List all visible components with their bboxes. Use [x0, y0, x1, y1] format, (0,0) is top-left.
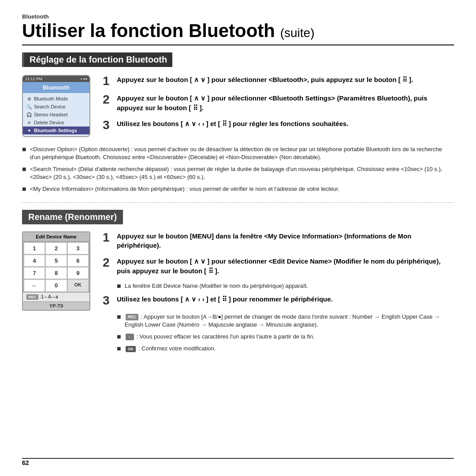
step2-3-num: 3 [103, 294, 112, 307]
step2-1-text: Appuyez sur le bouton [MENU] dans la fen… [117, 231, 454, 251]
section1-notes: ■ <Discover Option> (Option découverte) … [22, 145, 454, 193]
bottom-line [22, 458, 454, 459]
step2-sub-note: ■ La fenêtre Edit Device Name (Modifier … [117, 282, 454, 290]
menu-item-search-device: 🔍 Search Device [23, 103, 89, 111]
note2-text: <Search Timeout> (Délai d'attente recher… [30, 165, 454, 181]
note2-1-text: REC : Appuyer sur le bouton [A→B/●] perm… [125, 313, 454, 329]
device-menu-title: Bluetooth [23, 82, 89, 93]
step2-sub-note-text: La fenêtre Edit Device Name (Modifier le… [125, 282, 308, 290]
section2-content: Edit Device Name 1 2 3 4 5 6 7 8 9 ← 0 O… [22, 231, 454, 362]
section-separator [22, 202, 454, 203]
key-9: 9 [67, 267, 89, 279]
note1-text: <Discover Option> (Option découverte) : … [30, 145, 454, 161]
bluetooth-mode-icon: ⚙ [26, 97, 32, 101]
main-title: Utiliser la fonction Bluetooth (suite) [22, 21, 454, 41]
edn-grid: 1 2 3 4 5 6 7 8 9 ← 0 OK [23, 242, 89, 293]
section1-content: 11:11 PM ▪ ▪▪▪ Bluetooth ⚙ Bluetooth Mod… [22, 75, 454, 138]
step2-num: 2 [103, 93, 112, 106]
step1: 1 Appuyez sur le bouton [ ∧ ∨ ] pour sél… [103, 75, 454, 87]
note1: ■ <Discover Option> (Option découverte) … [22, 145, 454, 161]
step2-2: 2 Appuyez sur le bouton [ ∧ ∨ ] pour sél… [103, 257, 454, 276]
menu-item-label: Bluetooth Settings [34, 128, 77, 133]
step3-num: 3 [103, 119, 112, 131]
device-mockup-bluetooth: 11:11 PM ▪ ▪▪▪ Bluetooth ⚙ Bluetooth Mod… [22, 75, 90, 137]
edn-bottom: REC :1↔A↔a [23, 293, 89, 301]
menu-item-bluetooth-settings: ✦ Bluetooth Settings [23, 126, 89, 134]
key-0: 0 [45, 279, 67, 292]
edn-title: Edit Device Name [23, 232, 89, 242]
device-time: 11:11 PM [25, 77, 42, 81]
note-bullet: ■ [117, 345, 121, 352]
key-7: 7 [24, 267, 45, 279]
key-2: 2 [45, 242, 67, 254]
note2-2: ■ ← : Vous pouvez effacer les caractères… [117, 333, 454, 341]
edn-mode-text: :1↔A↔a [40, 294, 58, 299]
step2-3: 3 Utilisez les boutons [ ∧ ∨ ‹ › ] et [ … [103, 294, 454, 307]
step2-1-num: 1 [103, 231, 112, 244]
page: Bluetooth Utiliser la fonction Bluetooth… [0, 0, 476, 476]
key-back: ← [24, 279, 45, 292]
step1-num: 1 [103, 75, 112, 87]
page-number: 62 [22, 459, 29, 466]
step2-3-text: Utilisez les boutons [ ∧ ∨ ‹ › ] et [ ⠿ … [117, 294, 333, 304]
menu-item-label: Bluetooth Mode [34, 96, 68, 101]
note-bullet: ■ [117, 283, 121, 290]
note-bullet: ■ [22, 146, 26, 153]
ok-badge-inline: OK [126, 346, 136, 353]
note-bullet: ■ [117, 333, 121, 340]
step2-2-num: 2 [103, 257, 112, 269]
step3: 3 Utilisez les boutons [ ∧ ∨ ‹ › ] et [ … [103, 119, 454, 131]
key-5: 5 [45, 255, 67, 267]
note2: ■ <Search Timeout> (Délai d'attente rech… [22, 165, 454, 181]
note-bullet: ■ [22, 186, 26, 193]
key-ok: OK [67, 279, 89, 292]
bluetooth-settings-icon: ✦ [26, 128, 32, 133]
key-6: 6 [67, 255, 89, 267]
step1-text: Appuyez sur le bouton [ ∧ ∨ ] pour sélec… [117, 75, 413, 85]
key-3: 3 [67, 242, 89, 254]
delete-device-icon: ✕ [26, 120, 32, 125]
menu-item-label: Delete Device [34, 120, 64, 125]
note2-1: ■ REC : Appuyer sur le bouton [A→B/●] pe… [117, 313, 454, 329]
key-8: 8 [45, 267, 67, 279]
key-4: 4 [24, 255, 45, 267]
rec-badge: REC [26, 294, 38, 300]
note2-3: ■ OK : Confirmez votre modification. [117, 345, 454, 353]
edn-model: YP-T9 [23, 301, 89, 310]
note-bullet: ■ [117, 313, 121, 320]
title-divider [22, 45, 454, 45]
menu-item-label: Stereo Headset [34, 112, 67, 117]
section-label: Bluetooth [22, 13, 454, 20]
back-badge-inline: ← [126, 334, 134, 340]
device-mockup-edit: Edit Device Name 1 2 3 4 5 6 7 8 9 ← 0 O… [22, 231, 90, 311]
step2-text: Appuyez sur le bouton [ ∧ ∨ ] pour sélec… [117, 93, 454, 113]
menu-item-label: Search Device [34, 104, 66, 109]
section1-steps: 1 Appuyez sur le bouton [ ∧ ∨ ] pour sél… [103, 75, 454, 138]
rec-badge-inline: REC [126, 314, 138, 320]
step2-2-text: Appuyez sur le bouton [ ∧ ∨ ] pour sélec… [117, 257, 454, 276]
menu-item-stereo-headset: 🎧 Stereo Headset [23, 111, 89, 119]
section2-heading: Rename (Renommer) [22, 210, 123, 224]
note-bullet: ■ [22, 166, 26, 173]
menu-item-delete-device: ✕ Delete Device [23, 119, 89, 126]
note3-text: <My Device Information> (Informations de… [30, 185, 340, 193]
step2: 2 Appuyez sur le bouton [ ∧ ∨ ] pour sél… [103, 93, 454, 113]
step3-text: Utilisez les boutons [ ∧ ∨ ‹ › ] et [ ⠿ … [117, 119, 349, 129]
note2-2-text: ← : Vous pouvez effacer les caractères l… [125, 333, 315, 341]
note3: ■ <My Device Information> (Informations … [22, 185, 454, 193]
section1-heading: Réglage de la fonction Bluetooth [22, 52, 172, 67]
menu-item-bluetooth-mode: ⚙ Bluetooth Mode [23, 95, 89, 103]
section2-notes: ■ REC : Appuyer sur le bouton [A→B/●] pe… [117, 313, 454, 353]
device-menu-items: ⚙ Bluetooth Mode 🔍 Search Device 🎧 Stere… [23, 93, 89, 136]
stereo-headset-icon: 🎧 [26, 112, 32, 117]
device-top-bar: 11:11 PM ▪ ▪▪▪ [23, 76, 89, 82]
step2-1: 1 Appuyez sur le bouton [MENU] dans la f… [103, 231, 454, 251]
key-1: 1 [24, 242, 45, 254]
search-device-icon: 🔍 [26, 104, 32, 109]
device-icons: ▪ ▪▪▪ [81, 77, 87, 81]
section2-steps: 1 Appuyez sur le bouton [MENU] dans la f… [103, 231, 454, 362]
note2-3-text: OK : Confirmez votre modification. [125, 345, 216, 353]
